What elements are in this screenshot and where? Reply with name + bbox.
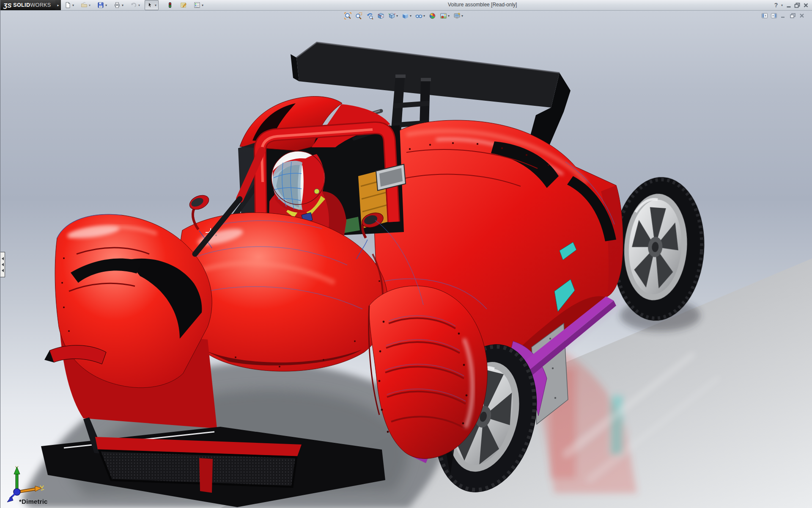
- titlebar: ƷS SOLID WORKS ▸ ▾ ▾ ▾ ▾: [0, 0, 812, 11]
- close-icon: [803, 3, 809, 8]
- print-button[interactable]: ▾: [112, 0, 126, 10]
- solidworks-logo: ƷS SOLID WORKS: [0, 0, 55, 10]
- section-view-button[interactable]: [376, 11, 386, 20]
- minimize-icon: [786, 3, 792, 8]
- open-folder-icon: [81, 2, 88, 8]
- pane-right-icon: [771, 13, 777, 18]
- document-restore-button[interactable]: [788, 12, 797, 19]
- note-pencil-icon: [180, 2, 187, 8]
- dropdown-arrow-icon[interactable]: ▾: [410, 14, 411, 18]
- scene-icon: [440, 12, 447, 19]
- select-tool-button[interactable]: ▾: [145, 0, 159, 10]
- save-button[interactable]: ▾: [95, 0, 109, 10]
- file-properties-button[interactable]: [178, 0, 189, 10]
- options-button[interactable]: ▾: [192, 0, 206, 10]
- logo-solid-text: SOLID: [13, 2, 30, 8]
- dropdown-arrow-icon[interactable]: ▾: [72, 3, 74, 7]
- close-icon: [799, 13, 804, 18]
- pane-left-icon: [762, 13, 768, 18]
- hide-show-items-button[interactable]: ▾: [414, 11, 426, 20]
- dropdown-arrow-icon[interactable]: ▾: [89, 3, 91, 7]
- view-orientation-button[interactable]: ▾: [387, 11, 399, 20]
- display-style-button[interactable]: ▾: [401, 11, 413, 20]
- eyeglasses-icon: [415, 12, 422, 19]
- dropdown-arrow-icon[interactable]: ▾: [461, 14, 463, 18]
- zoom-to-area-button[interactable]: [354, 11, 364, 20]
- document-close-button[interactable]: [797, 12, 807, 19]
- featuremanager-collapsed-handle[interactable]: [0, 252, 5, 277]
- window-restore-button[interactable]: [793, 1, 801, 9]
- new-document-icon: [64, 2, 71, 8]
- collapse-arrow-icon: [2, 263, 4, 266]
- undo-arrow-icon: [130, 2, 137, 8]
- magnifier-icon: [344, 12, 351, 19]
- magnifier-area-icon: [355, 12, 362, 19]
- view-orientation-label: *Dimetric: [19, 498, 48, 505]
- solidworks-window: ▾ ▾ ▾ ▾ ▾: [0, 0, 812, 508]
- dropdown-arrow-icon[interactable]: ▾: [202, 3, 203, 7]
- dropdown-arrow-icon[interactable]: ▾: [122, 3, 123, 7]
- pane-left-button[interactable]: [760, 12, 769, 19]
- options-checklist-icon: [194, 2, 200, 8]
- dropdown-arrow-icon[interactable]: ▾: [105, 3, 107, 7]
- orientation-cube-icon: [388, 12, 395, 19]
- edit-appearance-button[interactable]: [428, 11, 437, 20]
- pane-right-button[interactable]: [769, 12, 779, 19]
- restore-icon: [794, 3, 800, 8]
- minimize-icon: [781, 13, 786, 18]
- section-cube-icon: [377, 12, 384, 19]
- new-document-button[interactable]: ▾: [62, 0, 76, 10]
- heads-up-view-toolbar: ▾ ▾ ▾ ▾ ▾: [343, 11, 466, 20]
- dropdown-arrow-icon[interactable]: ▾: [396, 14, 398, 18]
- standard-toolbar: ▾ ▾ ▾ ▾ ▾ ▾: [62, 0, 208, 10]
- window-minimize-button[interactable]: [785, 1, 793, 9]
- view-settings-button[interactable]: ▾: [452, 11, 464, 20]
- help-button[interactable]: ?: [773, 1, 779, 9]
- dropdown-arrow-icon[interactable]: ▾: [423, 14, 425, 18]
- back-arrow-icon: [366, 12, 373, 19]
- shaded-cube-icon: [402, 12, 409, 19]
- logo-works-text: WORKS: [30, 2, 51, 8]
- document-minimize-button[interactable]: [779, 12, 788, 19]
- rebuild-button[interactable]: [165, 0, 176, 10]
- collapse-arrow-icon: [2, 269, 4, 272]
- undo-button[interactable]: ▾: [128, 0, 142, 10]
- window-controls: ? ▾: [773, 0, 810, 10]
- collapse-arrow-icon: [2, 257, 4, 260]
- dropdown-arrow-icon[interactable]: ▾: [138, 3, 140, 7]
- previous-view-button[interactable]: [365, 11, 375, 20]
- restore-icon: [790, 13, 796, 18]
- document-window-controls: [760, 12, 807, 19]
- open-button[interactable]: ▾: [79, 0, 93, 10]
- window-title: Voiture assomblee [Read-only]: [448, 2, 517, 8]
- help-dropdown[interactable]: ▾: [779, 1, 785, 9]
- logo-3s-glyph: ƷS: [3, 2, 11, 9]
- color-ball-icon: [429, 12, 436, 19]
- select-cursor-icon: [147, 2, 154, 8]
- window-close-button[interactable]: [801, 1, 810, 9]
- apply-scene-button[interactable]: ▾: [439, 11, 451, 20]
- race-car-model-render: [0, 0, 812, 508]
- dropdown-arrow-icon[interactable]: ▾: [448, 14, 450, 18]
- zoom-to-fit-button[interactable]: [343, 11, 353, 20]
- monitor-star-icon: [453, 12, 461, 19]
- graphics-viewport[interactable]: ▾ ▾ ▾ ▾ ▾: [0, 10, 812, 508]
- dropdown-arrow-icon[interactable]: ▾: [155, 3, 156, 7]
- save-floppy-icon: [97, 2, 104, 8]
- menu-flyout-arrow[interactable]: ▸: [55, 0, 61, 10]
- print-icon: [114, 2, 121, 8]
- traffic-light-icon: [167, 2, 173, 8]
